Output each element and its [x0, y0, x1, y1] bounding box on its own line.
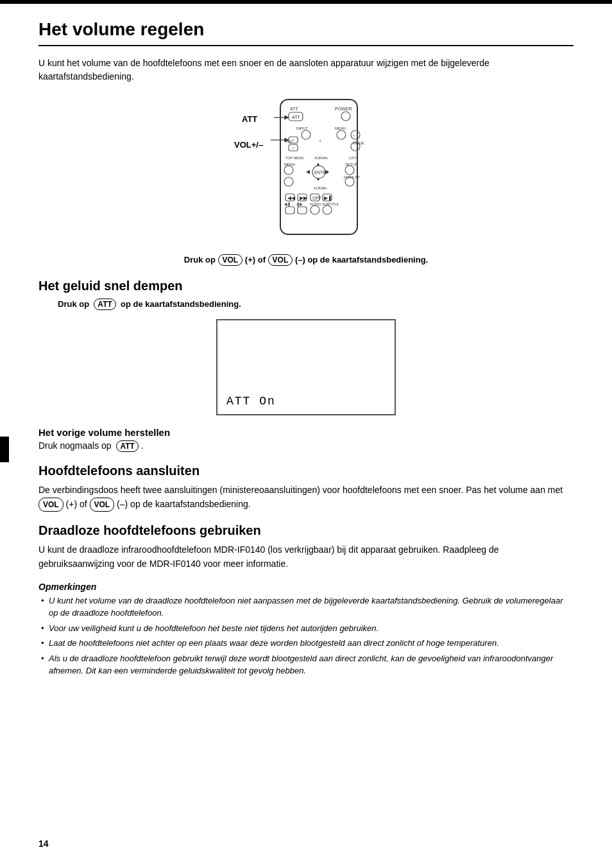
draadloos-text: U kunt de draadloze infraroodhoofdtelefo… — [38, 543, 574, 571]
svg-point-32 — [345, 166, 354, 175]
notes-title: Opmerkingen — [38, 582, 574, 592]
remote-image: ATT VOL+/– ATT POWER ATT INPUT MENU — [223, 96, 389, 244]
note-item-3: Laat de hoofdtelefoons niet achter op ee… — [38, 637, 574, 650]
section-draadloos-title: Draadloze hoofdtelefoons gebruiken — [38, 523, 574, 538]
svg-text:▶▶: ▶▶ — [300, 195, 308, 201]
top-border — [0, 0, 612, 4]
svg-text:OFF: OFF — [312, 196, 321, 200]
note-item-4: Als u de draadloze hoofdtelefoon gebruik… — [38, 652, 574, 677]
display-text: ATT On — [226, 395, 276, 408]
restore-title: Het vorige volume herstellen — [38, 427, 574, 438]
vol-btn-1: VOL — [218, 254, 243, 266]
note-item-1: U kunt het volume van de draadloze hoofd… — [38, 595, 574, 620]
svg-point-51 — [310, 205, 319, 214]
ht-suffix: (–) op de kaartafstandsbediening. — [117, 499, 251, 509]
black-side-bar — [0, 437, 9, 462]
section-draadloos: Draadloze hoofdtelefoons gebruiken U kun… — [38, 523, 574, 677]
restore-suffix: . — [141, 440, 144, 451]
ht-mid: (+) of — [66, 499, 90, 509]
section-dempen: Het geluid snel dempen Druk op ATT op de… — [38, 279, 574, 452]
svg-text:+: + — [353, 134, 355, 137]
svg-text:❚▶: ❚▶ — [296, 202, 303, 207]
remote-diagram: ATT VOL+/– ATT POWER ATT INPUT MENU — [38, 96, 574, 244]
vol-btn-2: VOL — [268, 254, 293, 266]
svg-point-8 — [302, 130, 310, 139]
display-box: ATT On — [216, 319, 396, 415]
dempen-instruction: Druk op ATT op de kaartafstandsbediening… — [58, 299, 574, 310]
svg-text:INPUT: INPUT — [296, 126, 308, 130]
svg-text:MENU: MENU — [335, 126, 346, 130]
ht-vol1: VOL — [38, 498, 64, 512]
svg-text:ATT: ATT — [292, 115, 300, 119]
svg-rect-49 — [285, 207, 294, 214]
svg-text:POWER: POWER — [335, 107, 352, 111]
main-title: Het volume regelen — [38, 19, 574, 46]
svg-text:◀❚: ◀❚ — [284, 202, 291, 207]
svg-point-9 — [337, 130, 346, 139]
svg-point-35 — [284, 177, 293, 186]
svg-text:−: − — [292, 145, 295, 151]
svg-text:ALBUM−: ALBUM− — [314, 186, 328, 190]
svg-text:ATT: ATT — [290, 107, 298, 111]
dempen-prefix: Druk op — [58, 299, 89, 309]
section-hoofdtelefoons-title: Hoofdtelefoons aansluiten — [38, 464, 574, 478]
restore-text: Druk nogmaals op ATT . — [38, 440, 574, 452]
att-btn: ATT — [94, 299, 115, 310]
page: Het volume regelen U kunt het volume van… — [0, 0, 612, 868]
svg-text:+: + — [319, 139, 321, 143]
section-dempen-title: Het geluid snel dempen — [38, 279, 574, 293]
svg-text:▶❚: ▶❚ — [324, 195, 332, 201]
svg-text:▼: ▼ — [316, 177, 321, 182]
att-btn-restore: ATT — [116, 440, 138, 452]
dempen-suffix: op de kaartafstandsbediening. — [121, 299, 241, 309]
svg-text:+: + — [292, 138, 294, 143]
notes-list: U kunt het volume van de draadloze hoofd… — [38, 595, 574, 677]
svg-text:◀: ◀ — [306, 169, 310, 175]
vol-diagram-label: VOL+/– — [234, 140, 263, 150]
intro-text: U kunt het volume van de hoofdtelefoons … — [38, 56, 574, 83]
note-item-2: Voor uw veiligheid kunt u de hoofdtelefo… — [38, 622, 574, 635]
restore-prefix: Druk nogmaals op — [38, 440, 112, 451]
svg-point-5 — [341, 112, 350, 121]
instruction-plus: (+) of — [245, 255, 268, 265]
svg-point-52 — [323, 205, 332, 214]
page-number: 14 — [38, 838, 49, 849]
svg-text:TOP MENU: TOP MENU — [285, 156, 304, 160]
att-diagram-label: ATT — [242, 114, 257, 124]
svg-text:ENTER: ENTER — [314, 170, 328, 175]
ht-vol2: VOL — [90, 498, 115, 512]
main-instruction: Druk op VOL (+) of VOL (–) op de kaartaf… — [38, 254, 574, 266]
svg-rect-50 — [298, 207, 307, 214]
svg-point-30 — [284, 166, 293, 175]
ht-text1: De verbindingsdoos heeft twee aansluitin… — [38, 485, 563, 495]
svg-text:LIST: LIST — [349, 156, 357, 160]
instruction-prefix: Druk op — [184, 255, 216, 265]
svg-text:◀◀: ◀◀ — [287, 195, 296, 201]
section-hoofdtelefoons: Hoofdtelefoons aansluiten De verbindings… — [38, 464, 574, 512]
instruction-suffix: (–) op de kaartafstandsbediening. — [295, 255, 428, 265]
svg-text:ALBUM+: ALBUM+ — [314, 156, 328, 160]
svg-text:SUBTITLE: SUBTITLE — [322, 202, 339, 206]
hoofdtelefoons-text: De verbindingsdoos heeft twee aansluitin… — [38, 483, 574, 512]
